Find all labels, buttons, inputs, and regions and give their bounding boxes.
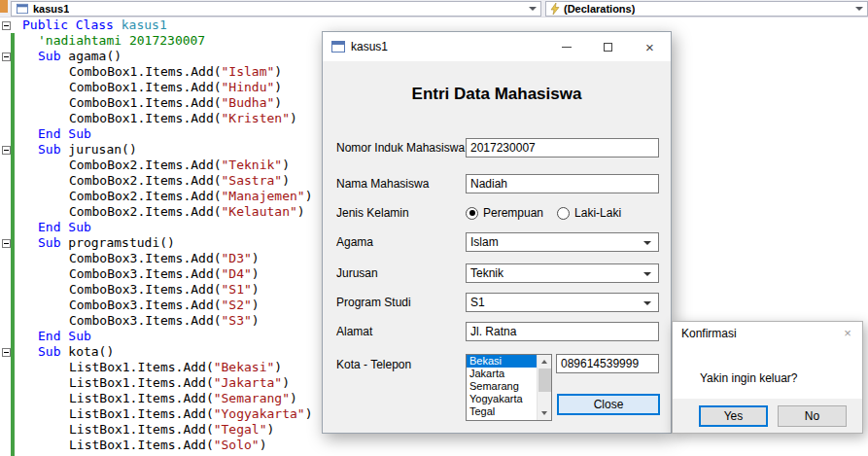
code-text: ComboBox1.Items.Add("Kristen") [15,111,297,126]
agama-combobox[interactable]: Islam [466,232,659,252]
scope-dropdown-label: kasus1 [33,3,69,15]
field-row-nim: Nomor Induk Mahasiswa [336,138,659,158]
radio-laki-laki-label: Laki-Laki [574,206,621,220]
no-button[interactable]: No [778,405,847,427]
fold-collapse-icon[interactable] [2,53,11,61]
code-text: ComboBox3.Items.Add("S3") [15,313,260,329]
code-token: ) [252,313,260,328]
code-text: Sub programstudi() [15,235,175,251]
confirm-dialog: Konfirmasi × Yakin ingin keluar? Yes No [672,321,863,434]
code-text: Sub kota() [15,344,114,360]
code-token: ComboBox3.Items.Add( [69,298,222,312]
fold-collapse-icon[interactable] [2,21,11,30]
jenis-kelamin-radio-group: Perempuan Laki-Laki [466,206,621,220]
code-token: ) [252,282,260,297]
field-row-jenis-kelamin: Jenis Kelamin Perempuan Laki-Laki [336,203,659,223]
scope-dropdown[interactable]: kasus1 [11,1,541,17]
code-text: ComboBox3.Items.Add("S1") [15,282,260,298]
code-text: ComboBox2.Items.Add("Teknik") [15,158,290,173]
kota-telepon-label: Kota - Telepon [336,354,466,371]
code-token: "Tegal" [214,422,267,437]
radio-laki-laki[interactable]: Laki-Laki [557,206,621,220]
close-icon[interactable]: × [833,326,862,340]
code-token: End Sub [38,126,91,141]
fold-collapse-icon[interactable] [2,239,11,248]
code-text: ListBox1.Items.Add("Bekasi") [15,360,282,375]
telepon-input[interactable] [556,354,659,373]
program-studi-combobox[interactable]: S1 [466,293,659,312]
scrollbar-down-icon[interactable] [538,406,551,420]
close-button[interactable]: Close [557,394,660,415]
code-text: ComboBox3.Items.Add("S2") [15,298,260,313]
outlining-margin [0,18,15,33]
fold-collapse-icon[interactable] [2,146,11,155]
chevron-down-icon [855,7,863,11]
chevron-down-icon [643,241,651,245]
listbox-item[interactable]: Bekasi [467,355,537,368]
radio-selected-icon [466,207,478,220]
maximize-button[interactable] [587,32,629,61]
jenis-kelamin-label: Jenis Kelamin [336,206,466,220]
code-token: ) [252,251,260,265]
code-token: "Budha" [222,95,275,110]
nama-input[interactable] [466,174,659,193]
code-token: ) [252,266,260,281]
fold-collapse-icon[interactable] [2,348,11,357]
agama-label: Agama [336,235,466,249]
field-row-program-studi: Program Studi S1 [336,293,659,312]
listbox-scrollbar[interactable] [537,355,551,420]
close-window-button[interactable]: × [629,32,671,61]
listbox-item[interactable]: Semarang [467,380,537,393]
yes-button[interactable]: Yes [699,405,768,427]
program-studi-combobox-value: S1 [470,296,485,309]
code-text: Sub agama() [15,49,122,64]
listbox-item[interactable]: Jakarta [467,368,537,380]
code-token: ComboBox3.Items.Add( [69,251,222,265]
scrollbar-up-icon[interactable] [538,355,551,368]
code-token: Sub [38,142,60,157]
code-text: ComboBox1.Items.Add("Budha") [15,95,282,111]
field-row-alamat: Alamat [336,322,659,341]
code-token: ) [290,111,297,125]
alamat-input[interactable] [466,322,659,341]
code-text: 'nadiahtami 2017230007 [15,33,205,49]
code-token: "S2" [222,298,252,312]
code-token: ) [282,173,290,188]
code-token: ListBox1.Items.Add( [69,375,214,390]
listbox-item[interactable]: Yogyakarta [467,393,537,405]
code-token: ListBox1.Items.Add( [69,438,214,452]
code-token: ) [282,158,290,172]
minimize-button[interactable] [545,32,587,61]
code-line[interactable]: ListBox1.Items.Add("Solo") [0,438,868,453]
radio-unselected-icon [557,207,570,220]
code-token: "Bekasi" [214,360,275,374]
jurusan-combobox[interactable]: Teknik [466,263,659,283]
form-titlebar[interactable]: kasus1 × [323,32,671,61]
code-token: ComboBox3.Items.Add( [69,282,222,297]
code-text: ListBox1.Items.Add("Tegal") [15,422,274,438]
member-dropdown[interactable]: (Declarations) [545,1,868,17]
code-text: ListBox1.Items.Add("Solo") [15,438,267,453]
form-title: kasus1 [351,40,388,53]
code-token: ComboBox1.Items.Add( [69,64,222,79]
nim-input[interactable] [466,138,659,158]
class-icon [17,3,28,13]
listbox-item[interactable]: Tegal [467,405,537,418]
radio-perempuan[interactable]: Perempuan [466,206,543,220]
declarations-icon [550,3,560,15]
code-token: ListBox1.Items.Add( [69,422,214,437]
code-token: kasus1 [122,18,167,32]
confirm-titlebar[interactable]: Konfirmasi × [673,322,862,344]
agama-combobox-value: Islam [470,235,499,249]
code-text: ComboBox1.Items.Add("Islam") [15,64,282,80]
change-tracking-bar [11,33,15,456]
code-token: "Kelautan" [222,204,297,219]
scrollbar-thumb[interactable] [538,368,551,392]
code-token: ListBox1.Items.Add( [69,406,214,421]
code-text: ComboBox3.Items.Add("D4") [15,266,260,282]
code-token: ComboBox3.Items.Add( [69,266,222,281]
kota-listbox[interactable]: BekasiJakartaSemarangYogyakartaTegal [466,354,552,421]
code-token: End Sub [38,220,91,234]
code-text: ComboBox3.Items.Add("D3") [15,251,260,266]
vs-navigation-bar: kasus1 (Declarations) [0,0,868,18]
